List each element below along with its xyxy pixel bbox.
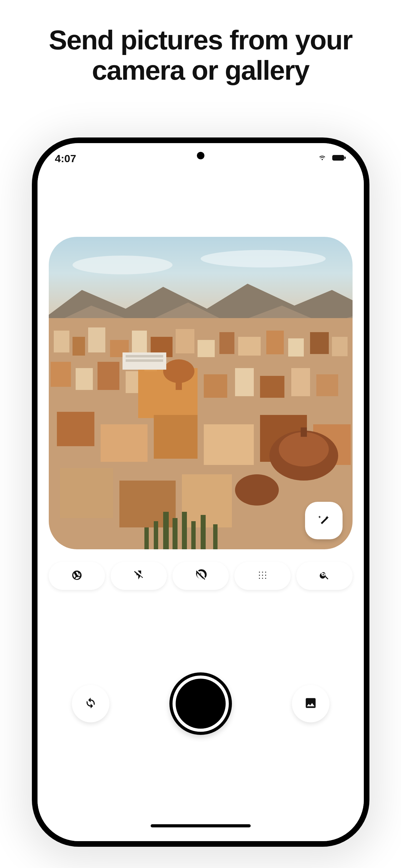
gallery-icon [304,696,317,711]
zoom-in-icon [319,570,330,582]
svg-rect-8 [88,328,105,352]
svg-rect-48 [182,474,232,527]
svg-rect-46 [60,468,113,518]
battery-icon [332,154,346,163]
flash-off-button[interactable] [111,562,167,590]
svg-rect-52 [191,521,196,549]
svg-rect-7 [72,337,85,355]
svg-rect-16 [266,331,284,354]
cityscape-photo [49,237,352,549]
zoom-button[interactable] [296,562,352,590]
camera-options-row [49,562,352,590]
svg-rect-27 [291,368,310,396]
svg-rect-54 [154,521,158,549]
timer-off-icon [194,569,207,583]
svg-rect-36 [57,412,94,446]
gallery-button[interactable] [292,685,330,722]
svg-rect-35 [126,359,163,362]
shutter-button[interactable] [169,673,232,735]
svg-rect-51 [182,512,187,549]
svg-rect-56 [213,524,218,549]
home-indicator [151,824,251,827]
timer-off-button[interactable] [173,562,229,590]
status-bar: 4:07 [37,151,364,166]
svg-rect-24 [204,374,227,398]
svg-rect-50 [173,518,178,549]
svg-point-4 [201,250,326,268]
svg-rect-49 [163,512,169,549]
svg-rect-32 [176,371,182,390]
flash-off-icon [133,569,145,582]
svg-rect-14 [219,332,235,354]
svg-rect-10 [132,331,147,353]
svg-rect-44 [301,428,307,437]
phone-frame: 4:07 [32,137,369,847]
svg-rect-0 [332,155,344,161]
svg-point-3 [72,256,173,274]
switch-camera-button[interactable] [72,685,110,722]
svg-rect-20 [51,362,71,387]
headline-text: Send pictures from your camera or galler… [0,0,401,86]
svg-rect-25 [235,368,254,396]
svg-rect-13 [197,340,215,357]
svg-rect-17 [288,338,304,356]
camera-controls-row [37,673,364,735]
svg-rect-1 [344,157,346,159]
svg-rect-53 [201,515,206,549]
svg-rect-22 [97,362,119,390]
svg-rect-6 [54,331,69,352]
switch-camera-icon [84,696,98,711]
aperture-button[interactable] [49,562,105,590]
svg-rect-26 [260,376,284,398]
grid-icon [257,570,268,582]
magic-wand-icon [317,513,331,528]
svg-rect-19 [332,337,347,356]
svg-rect-34 [126,355,163,358]
wifi-icon [317,153,328,163]
svg-rect-55 [145,527,149,549]
svg-rect-37 [101,424,148,462]
svg-rect-28 [316,374,338,396]
aperture-icon [71,569,83,582]
svg-point-43 [279,432,329,466]
svg-rect-15 [238,337,261,355]
status-time: 4:07 [55,153,76,165]
grid-button[interactable] [235,562,291,590]
svg-point-45 [235,474,279,505]
camera-viewfinder[interactable] [49,237,352,549]
shutter-icon [176,679,226,728]
phone-screen: 4:07 [37,143,364,841]
magic-enhance-button[interactable] [305,502,343,539]
svg-rect-38 [154,415,197,459]
svg-rect-39 [204,424,254,465]
svg-rect-18 [310,332,329,354]
svg-rect-21 [75,368,93,390]
svg-rect-12 [176,329,194,353]
status-icons [317,153,346,163]
